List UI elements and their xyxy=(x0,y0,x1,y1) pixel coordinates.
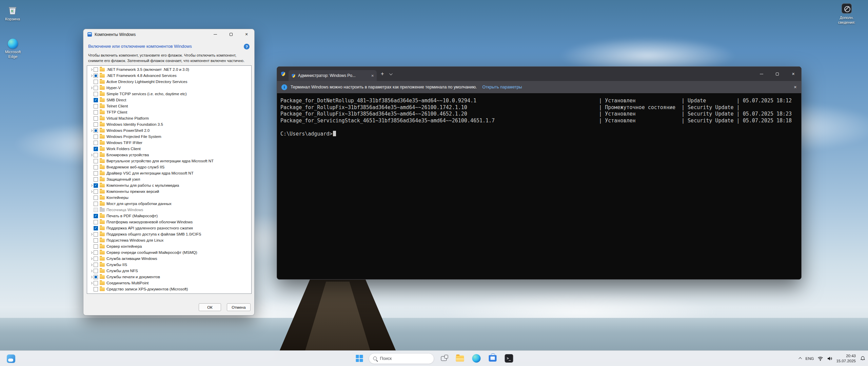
tab-dropdown-icon[interactable] xyxy=(389,72,393,75)
ok-button[interactable]: ОК xyxy=(199,303,221,311)
feature-checkbox[interactable] xyxy=(94,269,98,273)
edge-button[interactable] xyxy=(470,352,483,365)
terminal-maximize-button[interactable] xyxy=(769,67,785,81)
notification-bell-icon[interactable] xyxy=(860,356,865,361)
feature-checkbox[interactable]: ✓ xyxy=(94,147,98,151)
feature-item[interactable]: Защищенный узел xyxy=(87,176,251,182)
feature-item[interactable]: TFTP Client xyxy=(87,109,251,115)
feature-item[interactable]: Simple TCPIP services (i.e. echo, daytim… xyxy=(87,91,251,97)
feature-checkbox[interactable] xyxy=(94,232,98,237)
expander-chevron-icon[interactable] xyxy=(89,282,94,284)
feature-item[interactable]: Службы для NFS xyxy=(87,268,251,274)
feature-item[interactable]: Windows PowerShell 2.0 xyxy=(87,127,251,134)
expander-chevron-icon[interactable] xyxy=(89,270,94,272)
expander-chevron-icon[interactable] xyxy=(89,233,94,235)
expander-chevron-icon[interactable] xyxy=(89,191,94,192)
expander-chevron-icon[interactable] xyxy=(89,69,94,70)
feature-item[interactable]: Контейнеры xyxy=(87,195,251,201)
feature-item[interactable]: Virtual Machine Platform xyxy=(87,115,251,121)
expander-chevron-icon[interactable] xyxy=(89,252,94,253)
feature-checkbox[interactable] xyxy=(94,196,98,200)
feature-checkbox[interactable] xyxy=(94,171,98,176)
feature-checkbox[interactable] xyxy=(94,165,98,169)
widgets-button[interactable] xyxy=(4,353,18,364)
terminal-titlebar[interactable]: Администратор: Windows Po... + xyxy=(277,67,801,81)
feature-checkbox[interactable] xyxy=(94,159,98,163)
feature-item[interactable]: Windows Projected File System xyxy=(87,134,251,140)
feature-tree[interactable]: .NET Framework 3.5 (включает .NET 2.0 и … xyxy=(87,65,252,294)
feature-checkbox[interactable] xyxy=(94,281,98,285)
feature-checkbox[interactable] xyxy=(94,257,98,261)
feature-checkbox[interactable] xyxy=(94,220,98,224)
expander-chevron-icon[interactable] xyxy=(89,185,94,186)
feature-item[interactable]: Платформа низкоуровневой оболочки Window… xyxy=(87,219,251,225)
terminal-button[interactable]: >_ xyxy=(502,352,516,365)
feature-checkbox[interactable]: ✓ xyxy=(94,226,98,230)
feature-checkbox[interactable] xyxy=(94,287,98,291)
open-settings-link[interactable]: Открыть параметры xyxy=(482,85,522,89)
tab-close-icon[interactable] xyxy=(371,73,374,78)
feature-checkbox[interactable]: ✓ xyxy=(94,98,98,102)
expander-chevron-icon[interactable] xyxy=(89,154,94,156)
feature-item[interactable]: Служба активации Windows xyxy=(87,256,251,262)
feature-item[interactable]: Active Directory Lightweight Directory S… xyxy=(87,79,251,85)
tray-overflow-chevron-icon[interactable] xyxy=(798,357,802,361)
feature-checkbox[interactable] xyxy=(94,177,98,182)
clock[interactable]: 20:43 15.07.2025 xyxy=(836,353,856,364)
feature-item[interactable]: Внедряемое веб-ядро служб IIS xyxy=(87,164,251,170)
cancel-button[interactable]: Отмена xyxy=(227,303,251,311)
feature-checkbox[interactable] xyxy=(94,74,98,78)
feature-checkbox[interactable] xyxy=(94,92,98,96)
maximize-button[interactable] xyxy=(223,29,239,40)
feature-checkbox[interactable] xyxy=(94,122,98,127)
feature-item[interactable]: Сервер контейнера xyxy=(87,243,251,249)
expander-chevron-icon[interactable] xyxy=(89,75,94,77)
feature-checkbox[interactable] xyxy=(94,153,98,157)
feature-checkbox[interactable] xyxy=(94,263,98,267)
feature-item[interactable]: ✓Компоненты для работы с мультимедиа xyxy=(87,182,251,188)
feature-item[interactable]: ✓Поддержка API удаленного разностного сж… xyxy=(87,225,251,231)
expander-chevron-icon[interactable] xyxy=(89,130,94,131)
feature-item[interactable]: Службы IIS xyxy=(87,262,251,268)
expander-chevron-icon[interactable] xyxy=(89,264,94,266)
feature-item[interactable]: Средство записи XPS-документов (Microsof… xyxy=(87,286,251,292)
feature-checkbox[interactable] xyxy=(94,80,98,84)
feature-checkbox[interactable] xyxy=(94,67,98,72)
feature-item[interactable]: Компоненты прежних версий xyxy=(87,188,251,195)
feature-checkbox[interactable] xyxy=(94,250,98,255)
feature-checkbox[interactable] xyxy=(94,238,98,243)
feature-item[interactable]: Блокировка устройства xyxy=(87,152,251,158)
new-tab-button[interactable]: + xyxy=(381,71,384,77)
expander-chevron-icon[interactable] xyxy=(89,258,94,260)
feature-item[interactable]: Поддержка общего доступа к файлам SMB 1.… xyxy=(87,231,251,237)
close-button[interactable] xyxy=(239,29,254,40)
feature-checkbox[interactable] xyxy=(94,135,98,139)
feature-item[interactable]: Мост для центра обработки данных xyxy=(87,201,251,207)
feature-item[interactable]: .NET Framework 4.8 Advanced Services xyxy=(87,73,251,79)
task-view-button[interactable] xyxy=(437,352,451,365)
feature-item[interactable]: Соединитель MultiPoint xyxy=(87,280,251,286)
start-button[interactable] xyxy=(353,352,366,365)
feature-item[interactable]: Службы печати и документов xyxy=(87,274,251,280)
feature-checkbox[interactable] xyxy=(94,104,98,108)
feature-item[interactable]: Песочница Windows xyxy=(87,207,251,213)
dialog-titlebar[interactable]: Компоненты Windows xyxy=(83,29,254,40)
language-indicator[interactable]: ENG xyxy=(806,357,814,361)
expander-chevron-icon[interactable] xyxy=(89,276,94,278)
terminal-tab[interactable]: Администратор: Windows Po... xyxy=(289,70,377,81)
desktop-icon-edge[interactable]: Microsoft Edge xyxy=(0,39,26,59)
feature-item[interactable]: ✓SMB Direct xyxy=(87,97,251,103)
feature-checkbox[interactable]: ✓ xyxy=(94,183,98,188)
feature-checkbox[interactable] xyxy=(94,244,98,249)
terminal-screen[interactable]: Package_for_DotNetRollup_481~31bf3856ad3… xyxy=(277,93,801,142)
feature-item[interactable]: Подсистема Windows для Linux xyxy=(87,237,251,243)
feature-item[interactable]: Виртуальное устройство для интеграции яд… xyxy=(87,158,251,164)
feature-item[interactable]: Сервер очереди сообщений Майкрософт (MSM… xyxy=(87,249,251,256)
feature-item[interactable]: Telnet Client xyxy=(87,103,251,109)
feature-checkbox[interactable] xyxy=(94,189,98,194)
network-icon[interactable] xyxy=(817,356,823,361)
file-explorer-button[interactable] xyxy=(453,352,467,365)
feature-item[interactable]: Драйвер VSC для интеграции ядра Microsof… xyxy=(87,170,251,176)
volume-icon[interactable] xyxy=(827,356,832,361)
feature-checkbox[interactable] xyxy=(94,202,98,206)
